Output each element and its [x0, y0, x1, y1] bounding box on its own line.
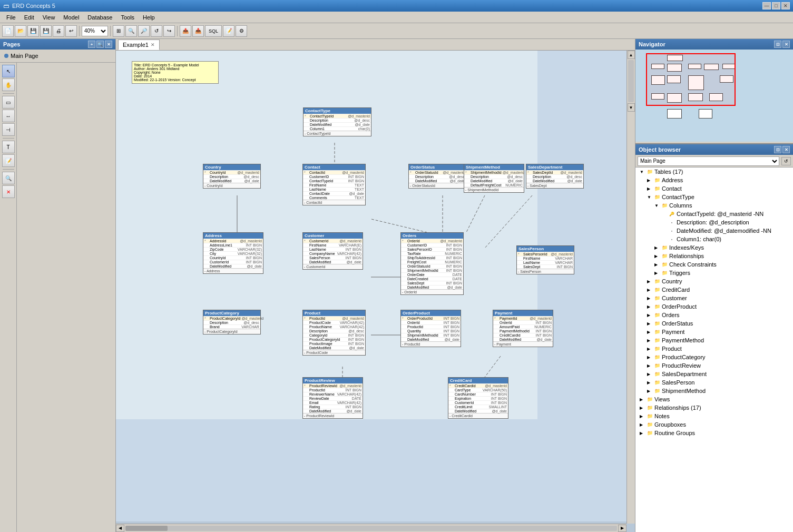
canvas-area[interactable]: Title: ERD Concepts 5 - Example Model Au… [116, 51, 635, 532]
table-contact[interactable]: Contact * ContactId @d_masterid Customer… [302, 164, 366, 205]
tab-close-icon[interactable]: ✕ [151, 42, 155, 47]
undo-button[interactable]: ↩ [65, 25, 77, 37]
export-button[interactable]: 📤 [180, 25, 191, 37]
navigator-float-icon[interactable]: ⊡ [774, 41, 781, 48]
tree-triggers[interactable]: ▶ 📁 Triggers [635, 269, 793, 277]
redo-button[interactable]: ↪ [163, 25, 175, 37]
v-scrollbar-thumb[interactable] [628, 60, 634, 102]
table-salesdepartment[interactable]: SalesDepartment * SalesDeptId @d_masteri… [526, 164, 584, 189]
ob-float-icon[interactable]: ⊡ [774, 146, 781, 153]
text-tool[interactable]: T [2, 141, 15, 153]
tree-product[interactable]: ▶ 📁 Product [635, 344, 793, 353]
menu-file[interactable]: File [2, 13, 20, 22]
new-button[interactable]: 📄 [2, 25, 14, 37]
table-productcategory[interactable]: ProductCategory * ProductCategoryId @d_m… [203, 310, 261, 334]
h-scrollbar-thumb[interactable] [125, 526, 168, 531]
tree-contact[interactable]: ▶ 📁 Contact [635, 184, 793, 193]
pages-search-icon[interactable]: 🔍 [96, 41, 104, 48]
relation-tool[interactable]: ↔ [2, 110, 15, 122]
zoom-fit-button[interactable]: ⊞ [113, 25, 124, 37]
refresh-button[interactable]: ↺ [151, 25, 162, 37]
save-button[interactable]: 💾 [27, 25, 39, 37]
zoom-out-button[interactable]: 🔎 [138, 25, 150, 37]
zoom-select[interactable]: 40% 50% 75% 100% [82, 26, 108, 36]
delete-tool[interactable]: ✕ [2, 185, 15, 198]
tree-salesdepartment[interactable]: ▶ 📁 SalesDepartment [635, 370, 793, 378]
scroll-up-btn[interactable]: ▲ [628, 51, 635, 59]
tree-customer[interactable]: ▶ 📁 Customer [635, 294, 793, 302]
tree-creditcard[interactable]: ▶ 📁 CreditCard [635, 285, 793, 294]
tree-address[interactable]: ▶ 📁 Address [635, 176, 793, 184]
pages-add-icon[interactable]: + [88, 41, 95, 48]
tree-columns-group[interactable]: ▼ 📁 Columns [635, 201, 793, 210]
tab-example1[interactable]: Example1 ✕ [118, 40, 160, 50]
scroll-down-btn[interactable]: ▼ [628, 103, 635, 112]
open-button[interactable]: 📂 [15, 25, 26, 37]
vertical-scrollbar[interactable]: ▲ ▼ [626, 51, 635, 524]
menu-edit[interactable]: Edit [20, 13, 38, 22]
zoom-in-button[interactable]: 🔍 [125, 25, 137, 37]
table-tool[interactable]: ▭ [2, 96, 15, 109]
table-contacttype[interactable]: ContactType * ContactTypeId @d_masterid … [303, 107, 371, 136]
pages-close-icon[interactable]: ✕ [105, 41, 112, 48]
tree-tables-group[interactable]: ▼ 📁 Tables (17) [635, 168, 793, 176]
navigator-close-icon[interactable]: ✕ [782, 41, 790, 48]
tree-salesperson[interactable]: ▶ 📁 SalesPerson [635, 378, 793, 387]
tree-productcategory[interactable]: ▶ 📁 ProductCategory [635, 353, 793, 361]
tree-payment[interactable]: ▶ 📁 Payment [635, 328, 793, 336]
close-button[interactable]: ✕ [781, 2, 790, 9]
tree-shipmentmethod[interactable]: ▶ 📁 ShipmentMethod [635, 387, 793, 395]
tree-views-group[interactable]: ▶ 📁 Views [635, 395, 793, 403]
pan-tool[interactable]: ✋ [2, 78, 15, 91]
table-creditcard[interactable]: CreditCard * CreditCardId @d_masterid Ca… [448, 377, 508, 419]
horizontal-scrollbar[interactable]: ◀ ▶ [116, 524, 626, 532]
scroll-right-btn[interactable]: ▶ [618, 525, 626, 532]
tree-indexes-keys[interactable]: ▶ 📁 Indexes/Keys [635, 243, 793, 252]
select-tool[interactable]: ↖ [2, 65, 15, 77]
tree-paymentmethod[interactable]: ▶ 📁 PaymentMethod [635, 336, 793, 344]
tree-orders[interactable]: ▶ 📁 Orders [635, 311, 793, 319]
tree-orderproduct[interactable]: ▶ 📁 OrderProduct [635, 302, 793, 311]
page-item-main[interactable]: Main Page [2, 52, 113, 60]
tree-notes-group[interactable]: ▶ 📁 Notes [635, 412, 793, 420]
table-shipmentmethod[interactable]: ShipmentMethod * ShipmentMethodId @d_mas… [464, 164, 524, 193]
menu-tools[interactable]: Tools [116, 13, 139, 22]
tree-col-datemodified[interactable]: ▪ DateModified: @d_datemodified -NN [635, 226, 793, 235]
sql-button[interactable]: SQL [205, 25, 222, 37]
zoom-tool[interactable]: 🔍 [2, 172, 15, 184]
tree-relationships-ct[interactable]: ▶ 📁 Relationships [635, 252, 793, 260]
h-scrollbar-track[interactable] [125, 526, 617, 531]
tree-productreview[interactable]: ▶ 📁 ProductReview [635, 361, 793, 370]
menu-model[interactable]: Model [59, 13, 83, 22]
tree-groupboxes[interactable]: ▶ 📁 Groupboxes [635, 420, 793, 429]
table-address[interactable]: Address * AddressId @d_masterid AddressL… [203, 232, 263, 274]
settings-button[interactable]: ⚙ [236, 25, 247, 37]
canvas[interactable]: Title: ERD Concepts 5 - Example Model Au… [116, 51, 635, 521]
saveas-button[interactable]: 💾 [40, 25, 52, 37]
minimize-button[interactable]: — [762, 2, 771, 9]
table-orders[interactable]: Orders * OrderId @d_masterid CustomerID … [400, 232, 464, 295]
tree-routine-groups[interactable]: ▶ 📁 Routine Groups [635, 429, 793, 437]
script-button[interactable]: 📝 [223, 25, 234, 37]
table-orderproduct[interactable]: OrderProduct * OrderProductId INT BIGN O… [400, 310, 461, 347]
scroll-left-btn[interactable]: ◀ [116, 525, 124, 532]
fk-tool[interactable]: ⊣ [2, 123, 15, 136]
table-salesperson[interactable]: SalesPerson * SalesPersonId @d_masterid … [516, 245, 574, 274]
table-productreview[interactable]: ProductReview * ProductReviewId @d_maste… [302, 377, 363, 419]
menu-view[interactable]: View [38, 13, 60, 22]
ob-page-select[interactable]: Main Page [638, 156, 779, 166]
maximize-button[interactable]: □ [772, 2, 780, 9]
ob-close-icon[interactable]: ✕ [782, 146, 790, 153]
table-product[interactable]: Product * ProductId @d_masterid ProductC… [302, 310, 366, 356]
tree-col-description[interactable]: ▪ Description: @d_description [635, 218, 793, 226]
import-button[interactable]: 📥 [192, 25, 204, 37]
tree-relationships-group[interactable]: ▶ 📁 Relationships (17) [635, 403, 793, 412]
menu-help[interactable]: Help [139, 13, 159, 22]
table-orderstatus[interactable]: OrderStatus * OrderStatusId @d_masterid … [408, 164, 466, 189]
table-payment[interactable]: Payment * PaymentId @d_masterid OrderId … [493, 310, 553, 347]
tree-contacttype[interactable]: ▼ 📁 ContactType [635, 193, 793, 201]
tree-country[interactable]: ▶ 📁 Country [635, 277, 793, 285]
menu-database[interactable]: Database [83, 13, 116, 22]
tree-orderstatus[interactable]: ▶ 📁 OrderStatus [635, 319, 793, 328]
table-country[interactable]: Country * CountryId @d_masterid Descript… [203, 164, 261, 189]
